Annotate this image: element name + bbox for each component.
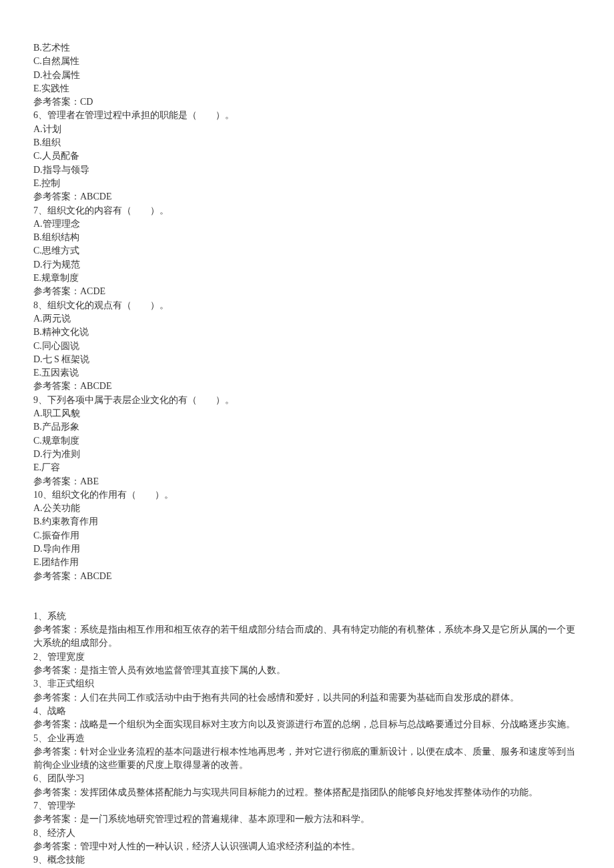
definition-item: 2、管理宽度 参考答案：是指主管人员有效地监督管理其直接下属的人数。 [33, 650, 581, 678]
option-text: A.职工风貌 [33, 407, 581, 420]
option-text: C.振奋作用 [33, 529, 581, 542]
answer-text: 参考答案：人们在共同工作或活动中由于抱有共同的社会感情和爱好，以共同的利益和需要… [33, 691, 581, 705]
option-text: C.人员配备 [33, 149, 581, 163]
option-text: B.组织结构 [33, 231, 581, 244]
answer-text: 参考答案：ABE [33, 475, 581, 488]
term-text: 8、经济人 [33, 827, 581, 840]
term-text: 3、非正式组织 [33, 677, 581, 691]
mcq-item: 8、组织文化的观点有（ ）。 A.两元说 B.精神文化说 C.同心圆说 D.七 … [33, 299, 581, 394]
question-text: 8、组织文化的观点有（ ）。 [33, 299, 581, 312]
option-text: C.思维方式 [33, 244, 581, 258]
option-text: D.行为规范 [33, 258, 581, 272]
term-text: 5、企业再造 [33, 732, 581, 745]
question-text: 7、组织文化的内容有（ ）。 [33, 204, 581, 218]
option-text: A.管理理念 [33, 218, 581, 231]
option-text: E.实践性 [33, 82, 581, 95]
answer-text: 参考答案：战略是一个组织为全面实现目标对主攻方向以及资源进行布置的总纲，总目标与… [33, 718, 581, 731]
term-text: 1、系统 [33, 610, 581, 623]
option-text: E.控制 [33, 177, 581, 190]
answer-text: 参考答案：CD [33, 95, 581, 109]
option-text: D.导向作用 [33, 542, 581, 556]
option-text: B.约束教育作用 [33, 515, 581, 528]
term-text: 7、管理学 [33, 799, 581, 813]
option-text: B.精神文化说 [33, 326, 581, 339]
option-text: C.规章制度 [33, 434, 581, 448]
definition-item: 3、非正式组织 参考答案：人们在共同工作或活动中由于抱有共同的社会感情和爱好，以… [33, 677, 581, 705]
answer-text: 参考答案：系统是指由相互作用和相互依存的若干组成部分结合而成的、具有特定功能的有… [33, 623, 581, 650]
answer-text: 参考答案：针对企业业务流程的基本问题进行根本性地再思考，并对它进行彻底的重新设计… [33, 745, 581, 773]
option-text: D.七 S 框架说 [33, 353, 581, 366]
definition-item: 1、系统 参考答案：系统是指由相互作用和相互依存的若干组成部分结合而成的、具有特… [33, 610, 581, 650]
option-text: B.组织 [33, 136, 581, 149]
definition-item: 4、战略 参考答案：战略是一个组织为全面实现目标对主攻方向以及资源进行布置的总纲… [33, 705, 581, 732]
option-text: D.行为准则 [33, 448, 581, 461]
definition-item: 5、企业再造 参考答案：针对企业业务流程的基本问题进行根本性地再思考，并对它进行… [33, 732, 581, 773]
term-text: 2、管理宽度 [33, 650, 581, 664]
term-text: 6、团队学习 [33, 772, 581, 785]
answer-text: 参考答案：发挥团体成员整体搭配能力与实现共同目标能力的过程。整体搭配是指团队的能… [33, 786, 581, 799]
option-text: C.同心圆说 [33, 340, 581, 353]
answer-text: 参考答案：ABCDE [33, 570, 581, 583]
definition-item: 9、概念技能 参考答案：管理者对复杂情况进行抽象和概念化的技能。它对高层管理者来… [33, 853, 581, 868]
mcq-section: B.艺术性 C.自然属性 D.社会属性 E.实践性 参考答案：CD 6、管理者在… [33, 41, 581, 583]
question-text: 9、下列各项中属于表层企业文化的有（ ）。 [33, 394, 581, 407]
option-text: A.计划 [33, 123, 581, 136]
option-text: E.五因素说 [33, 366, 581, 380]
option-text: E.厂容 [33, 461, 581, 474]
option-text: C.自然属性 [33, 55, 581, 68]
mcq-item: B.艺术性 C.自然属性 D.社会属性 E.实践性 参考答案：CD [33, 41, 581, 109]
option-text: B.艺术性 [33, 41, 581, 55]
option-text: E.团结作用 [33, 556, 581, 569]
term-text: 4、战略 [33, 705, 581, 718]
question-text: 6、管理者在管理过程中承担的职能是（ ）。 [33, 109, 581, 122]
option-text: A.两元说 [33, 312, 581, 326]
question-text: 10、组织文化的作用有（ ）。 [33, 488, 581, 502]
option-text: A.公关功能 [33, 502, 581, 515]
definition-item: 6、团队学习 参考答案：发挥团体成员整体搭配能力与实现共同目标能力的过程。整体搭… [33, 772, 581, 799]
answer-text: 参考答案：ABCDE [33, 190, 581, 203]
option-text: D.指导与领导 [33, 163, 581, 177]
term-text: 9、概念技能 [33, 853, 581, 867]
answer-text: 参考答案：管理中对人性的一种认识，经济人认识强调人追求经济利益的本性。 [33, 840, 581, 853]
document-content: B.艺术性 C.自然属性 D.社会属性 E.实践性 参考答案：CD 6、管理者在… [33, 41, 581, 868]
answer-text: 参考答案：是一门系统地研究管理过程的普遍规律、基本原理和一般方法和科学。 [33, 813, 581, 826]
definition-item: 8、经济人 参考答案：管理中对人性的一种认识，经济人认识强调人追求经济利益的本性… [33, 827, 581, 854]
answer-text: 参考答案：ACDE [33, 285, 581, 298]
option-text: E.规章制度 [33, 272, 581, 285]
answer-text: 参考答案：是指主管人员有效地监督管理其直接下属的人数。 [33, 664, 581, 677]
mcq-item: 7、组织文化的内容有（ ）。 A.管理理念 B.组织结构 C.思维方式 D.行为… [33, 204, 581, 299]
option-text: B.产品形象 [33, 420, 581, 434]
mcq-item: 9、下列各项中属于表层企业文化的有（ ）。 A.职工风貌 B.产品形象 C.规章… [33, 394, 581, 488]
definitions-section: 1、系统 参考答案：系统是指由相互作用和相互依存的若干组成部分结合而成的、具有特… [33, 610, 581, 868]
mcq-item: 10、组织文化的作用有（ ）。 A.公关功能 B.约束教育作用 C.振奋作用 D… [33, 488, 581, 583]
definition-item: 7、管理学 参考答案：是一门系统地研究管理过程的普遍规律、基本原理和一般方法和科… [33, 799, 581, 827]
option-text: D.社会属性 [33, 69, 581, 82]
mcq-item: 6、管理者在管理过程中承担的职能是（ ）。 A.计划 B.组织 C.人员配备 D… [33, 109, 581, 203]
section-divider [33, 583, 581, 610]
answer-text: 参考答案：ABCDE [33, 380, 581, 393]
